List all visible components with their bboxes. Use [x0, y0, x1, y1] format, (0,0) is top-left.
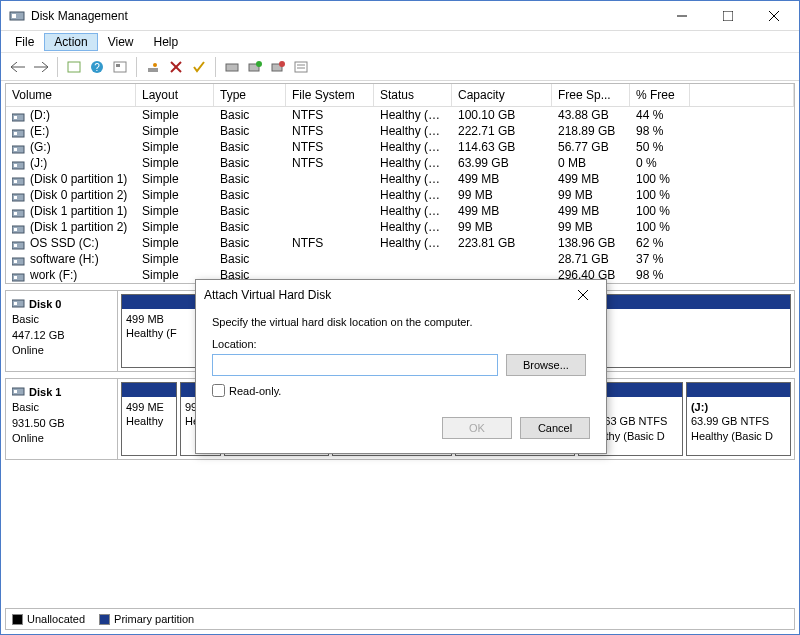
- readonly-checkbox[interactable]: [212, 384, 225, 397]
- volume-icon: [12, 239, 26, 249]
- volume-icon: [12, 207, 26, 217]
- app-icon: [9, 8, 25, 24]
- col-pct[interactable]: % Free: [630, 84, 690, 106]
- maximize-button[interactable]: [705, 1, 751, 31]
- table-row[interactable]: (Disk 1 partition 1)SimpleBasicHealthy (…: [6, 203, 794, 219]
- table-row[interactable]: (D:)SimpleBasicNTFSHealthy (B...100.10 G…: [6, 107, 794, 123]
- partition[interactable]: 499 MEHealthy: [121, 382, 177, 456]
- menu-action[interactable]: Action: [44, 33, 97, 51]
- location-input[interactable]: [212, 354, 498, 376]
- table-row[interactable]: (Disk 1 partition 2)SimpleBasicHealthy (…: [6, 219, 794, 235]
- svg-text:?: ?: [94, 62, 100, 73]
- table-row[interactable]: (Disk 0 partition 2)SimpleBasicHealthy (…: [6, 187, 794, 203]
- table-row[interactable]: (J:)SimpleBasicNTFSHealthy (B...63.99 GB…: [6, 155, 794, 171]
- svg-point-19: [279, 61, 285, 67]
- svg-rect-41: [12, 258, 24, 265]
- table-row[interactable]: OS SSD (C:)SimpleBasicNTFSHealthy (B...2…: [6, 235, 794, 251]
- col-layout[interactable]: Layout: [136, 84, 214, 106]
- partition[interactable]: (J:)63.99 GB NTFSHealthy (Basic D: [686, 382, 791, 456]
- table-row[interactable]: software (H:)SimpleBasic28.71 GB37 %: [6, 251, 794, 267]
- volume-table: Volume Layout Type File System Status Ca…: [5, 83, 795, 284]
- svg-rect-25: [12, 130, 24, 137]
- legend-unallocated: Unallocated: [27, 613, 85, 625]
- svg-rect-35: [12, 210, 24, 217]
- cancel-button[interactable]: Cancel: [520, 417, 590, 439]
- close-button[interactable]: [751, 1, 797, 31]
- swatch-primary: [99, 614, 110, 625]
- ok-button[interactable]: OK: [442, 417, 512, 439]
- volume-icon: [12, 127, 26, 137]
- volume-icon: [12, 223, 26, 233]
- svg-rect-48: [14, 390, 17, 393]
- window-title: Disk Management: [31, 9, 659, 23]
- svg-rect-20: [295, 62, 307, 72]
- titlebar: Disk Management: [1, 1, 799, 31]
- attach-vhd-dialog: Attach Virtual Hard Disk Specify the vir…: [195, 279, 607, 454]
- volume-icon: [12, 271, 26, 281]
- tool-icon[interactable]: [63, 56, 85, 78]
- table-row[interactable]: (E:)SimpleBasicNTFSHealthy (B...222.71 G…: [6, 123, 794, 139]
- dialog-close-button[interactable]: [568, 280, 598, 310]
- volume-icon: [12, 255, 26, 265]
- svg-rect-10: [116, 64, 120, 67]
- disk-label[interactable]: Disk 1Basic931.50 GBOnline: [6, 379, 118, 459]
- volume-icon: [12, 159, 26, 169]
- svg-point-11: [153, 63, 157, 67]
- disk-icon: [12, 298, 26, 310]
- volume-icon: [12, 175, 26, 185]
- svg-rect-38: [14, 228, 17, 231]
- svg-rect-6: [68, 62, 80, 72]
- help-icon[interactable]: ?: [86, 56, 108, 78]
- table-row[interactable]: (Disk 0 partition 1)SimpleBasicHealthy (…: [6, 171, 794, 187]
- svg-rect-33: [12, 194, 24, 201]
- table-row[interactable]: (G:)SimpleBasicNTFSHealthy (B...114.63 G…: [6, 139, 794, 155]
- volume-icon: [12, 143, 26, 153]
- ok-icon[interactable]: [188, 56, 210, 78]
- svg-rect-32: [14, 180, 17, 183]
- readonly-label: Read-only.: [229, 385, 281, 397]
- properties-icon[interactable]: [290, 56, 312, 78]
- forward-button[interactable]: [30, 56, 52, 78]
- svg-rect-3: [723, 11, 733, 21]
- disk-remove-icon[interactable]: [267, 56, 289, 78]
- svg-rect-1: [12, 14, 16, 18]
- tool-icon[interactable]: [109, 56, 131, 78]
- disk-icon[interactable]: [221, 56, 243, 78]
- delete-icon[interactable]: [165, 56, 187, 78]
- dialog-title: Attach Virtual Hard Disk: [204, 288, 568, 302]
- col-filesystem[interactable]: File System: [286, 84, 374, 106]
- col-type[interactable]: Type: [214, 84, 286, 106]
- svg-rect-28: [14, 148, 17, 151]
- toolbar: ?: [1, 53, 799, 81]
- col-capacity[interactable]: Capacity: [452, 84, 552, 106]
- settings-icon[interactable]: [142, 56, 164, 78]
- legend: Unallocated Primary partition: [5, 608, 795, 630]
- svg-rect-47: [12, 388, 24, 395]
- volume-icon: [12, 191, 26, 201]
- svg-rect-37: [12, 226, 24, 233]
- disk-label[interactable]: Disk 0Basic447.12 GBOnline: [6, 291, 118, 371]
- disk-add-icon[interactable]: [244, 56, 266, 78]
- col-status[interactable]: Status: [374, 84, 452, 106]
- svg-rect-24: [14, 116, 17, 119]
- browse-button[interactable]: Browse...: [506, 354, 586, 376]
- svg-rect-27: [12, 146, 24, 153]
- menu-view[interactable]: View: [98, 33, 144, 51]
- svg-rect-12: [148, 68, 158, 72]
- svg-rect-36: [14, 212, 17, 215]
- col-free[interactable]: Free Sp...: [552, 84, 630, 106]
- svg-rect-30: [14, 164, 17, 167]
- back-button[interactable]: [7, 56, 29, 78]
- disk-icon: [12, 386, 26, 398]
- svg-rect-44: [14, 276, 17, 279]
- menu-file[interactable]: File: [5, 33, 44, 51]
- svg-rect-42: [14, 260, 17, 263]
- table-header: Volume Layout Type File System Status Ca…: [6, 84, 794, 107]
- menubar: File Action View Help: [1, 31, 799, 53]
- menu-help[interactable]: Help: [144, 33, 189, 51]
- swatch-unallocated: [12, 614, 23, 625]
- minimize-button[interactable]: [659, 1, 705, 31]
- col-volume[interactable]: Volume: [6, 84, 136, 106]
- svg-rect-45: [12, 300, 24, 307]
- svg-rect-34: [14, 196, 17, 199]
